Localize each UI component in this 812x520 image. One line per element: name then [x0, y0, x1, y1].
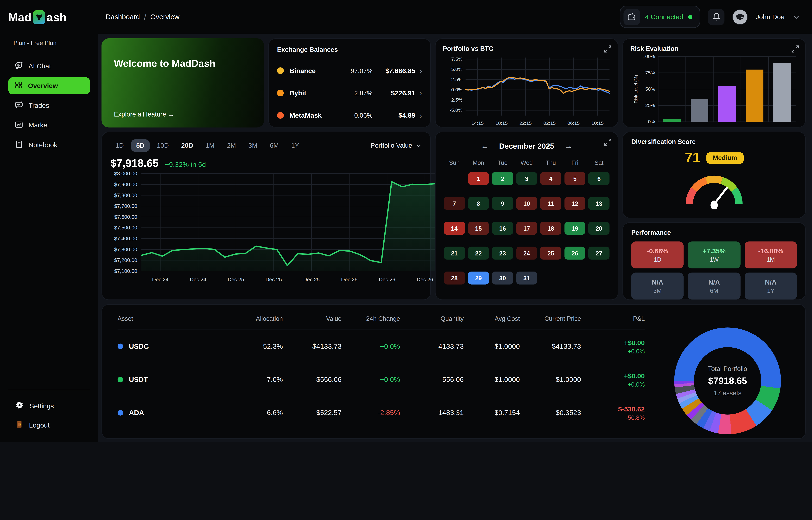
market-icon	[15, 120, 23, 130]
svg-text:Dec 25: Dec 25	[228, 277, 244, 283]
calendar-day-18[interactable]: 18	[540, 222, 561, 235]
exchange-row-bybit[interactable]: Bybit2.87%$226.91›	[277, 82, 422, 104]
calendar-day-28[interactable]: 28	[444, 271, 465, 285]
calendar-day-9[interactable]: 9	[492, 197, 513, 210]
sidebar-item-ai-chat[interactable]: AI Chat	[8, 57, 90, 75]
calendar-day-24[interactable]: 24	[516, 247, 537, 260]
svg-text:Dec 24: Dec 24	[152, 277, 168, 283]
table-row-usdc[interactable]: USDC52.3%$4133.73+0.0%4133.73$1.0000$413…	[118, 330, 645, 363]
avatar[interactable]	[732, 9, 748, 25]
calendar-day-4[interactable]: 4	[540, 172, 561, 185]
metric-selector[interactable]: Portfolio Value	[371, 142, 422, 149]
expand-icon[interactable]	[604, 138, 612, 148]
svg-text:$7,300.00: $7,300.00	[114, 246, 137, 252]
wallets-connected-button[interactable]: 4 Connected	[620, 6, 700, 28]
svg-text:14:15: 14:15	[472, 121, 484, 126]
svg-text:75%: 75%	[645, 70, 655, 75]
calendar-day-7[interactable]: 7	[444, 197, 465, 210]
sidebar-item-trades[interactable]: Trades	[8, 97, 90, 114]
calendar-days: 1234567891011121314151617181920212223242…	[444, 172, 610, 285]
calendar-day-10[interactable]: 10	[516, 197, 537, 210]
calendar-day-29[interactable]: 29	[468, 271, 489, 285]
tab-3m[interactable]: 3M	[243, 139, 262, 152]
calendar-day-1[interactable]: 1	[468, 172, 489, 185]
weekday-wed: Wed	[516, 160, 537, 166]
calendar-day-22[interactable]: 22	[468, 247, 489, 260]
chevron-down-icon[interactable]	[792, 13, 801, 21]
calendar-day-16[interactable]: 16	[492, 222, 513, 235]
table-row-usdt[interactable]: USDT7.0%$556.06+0.0%556.06$1.0000$1.0000…	[118, 363, 645, 396]
notebook-icon	[15, 139, 23, 150]
settings-button[interactable]: Settings	[0, 396, 99, 416]
calendar-day-13[interactable]: 13	[589, 197, 610, 210]
notifications-button[interactable]	[708, 9, 725, 25]
calendar-day-17[interactable]: 17	[516, 222, 537, 235]
sidebar-item-notebook[interactable]: Notebook	[8, 136, 90, 153]
welcome-card: Welcome to MadDash Explore all feature →	[102, 38, 264, 127]
app-logo[interactable]: Mad ash	[0, 0, 99, 24]
calendar-day-11[interactable]: 11	[540, 197, 561, 210]
maddash-dashboard: Mad ash Plan - Free Plan AI Chat Overvie…	[0, 0, 812, 442]
risk-evaluation-chart: 100%75%50%25%0%Risk Level (%)	[630, 52, 801, 130]
calendar-day-8[interactable]: 8	[468, 197, 489, 210]
overview-grid-icon	[15, 81, 23, 91]
sidebar-item-market[interactable]: Market	[8, 116, 90, 134]
exchange-row-metamask[interactable]: MetaMask0.06%$4.89›	[277, 104, 422, 126]
performance-tile-3m: N/A3M	[631, 272, 684, 300]
sidebar-item-overview[interactable]: Overview	[8, 77, 90, 94]
chevron-right-icon: ›	[419, 88, 422, 97]
prev-month-button[interactable]: ←	[481, 141, 489, 150]
logout-button[interactable]: Logout	[0, 416, 99, 435]
tab-2m[interactable]: 2M	[222, 139, 241, 152]
assets-table: AssetAllocationValue24h ChangeQuantityAv…	[118, 312, 645, 429]
sidebar-footer: Settings Logout	[0, 390, 99, 435]
breadcrumb-separator: /	[144, 12, 146, 21]
portfolio-change: +9.32% in 5d	[165, 161, 206, 168]
svg-text:Dec 24: Dec 24	[190, 277, 206, 283]
calendar-day-2[interactable]: 2	[492, 172, 513, 185]
svg-text:100%: 100%	[642, 54, 655, 59]
performance-title: Performance	[631, 229, 797, 236]
tab-1y[interactable]: 1Y	[286, 139, 304, 152]
expand-icon[interactable]	[791, 45, 799, 55]
tab-1m[interactable]: 1M	[200, 139, 220, 152]
svg-text:Dec 25: Dec 25	[265, 277, 282, 283]
tab-5d[interactable]: 5D	[131, 139, 150, 152]
donut-center-value: $7918.65	[708, 375, 747, 386]
calendar-day-31[interactable]: 31	[516, 271, 537, 285]
sidebar-item-label: Trades	[28, 102, 49, 109]
calendar-day-12[interactable]: 12	[564, 197, 585, 210]
calendar-day-3[interactable]: 3	[516, 172, 537, 185]
exchange-balances-card: Exchange Balances Binance97.07%$7,686.85…	[268, 38, 431, 127]
calendar-day-15[interactable]: 15	[468, 222, 489, 235]
explore-features-link[interactable]: Explore all feature →	[114, 111, 174, 118]
calendar-day-20[interactable]: 20	[589, 222, 610, 235]
svg-text:-2.5%: -2.5%	[450, 97, 463, 103]
portfolio-vs-btc-card: Portfolio vs BTC 7.5%5.0%2.5%0.0%-2.5%-5…	[435, 38, 618, 127]
calendar-day-30[interactable]: 30	[492, 271, 513, 285]
calendar-day-14[interactable]: 14	[444, 222, 465, 235]
breadcrumb-dashboard[interactable]: Dashboard	[106, 13, 140, 21]
expand-icon[interactable]	[604, 45, 612, 55]
svg-text:Risk Level (%): Risk Level (%)	[633, 75, 638, 103]
calendar-day-5[interactable]: 5	[564, 172, 585, 185]
calendar-day-27[interactable]: 27	[589, 247, 610, 260]
chevron-right-icon: ›	[419, 111, 422, 120]
portfolio-value-chart: $8,000.00$7,900.00$7,800.00$7,700.00$7,6…	[110, 171, 447, 291]
top-bar: Dashboard / Overview 4 Connected	[99, 0, 812, 34]
calendar-day-19[interactable]: 19	[564, 222, 585, 235]
tab-20d[interactable]: 20D	[176, 139, 198, 152]
calendar-day-25[interactable]: 25	[540, 247, 561, 260]
table-row-ada[interactable]: ADA6.6%$522.57-2.85%1483.31$0.7154$0.352…	[118, 396, 645, 429]
tab-6m[interactable]: 6M	[264, 139, 284, 152]
exchange-row-binance[interactable]: Binance97.07%$7,686.85›	[277, 60, 422, 82]
svg-text:$8,000.00: $8,000.00	[114, 171, 137, 177]
calendar-day-26[interactable]: 26	[564, 247, 585, 260]
calendar-day-6[interactable]: 6	[589, 172, 610, 185]
diversification-gauge	[680, 168, 748, 209]
next-month-button[interactable]: →	[564, 141, 572, 150]
tab-1d[interactable]: 1D	[110, 139, 129, 152]
calendar-day-21[interactable]: 21	[444, 247, 465, 260]
calendar-day-23[interactable]: 23	[492, 247, 513, 260]
tab-10d[interactable]: 10D	[152, 139, 174, 152]
